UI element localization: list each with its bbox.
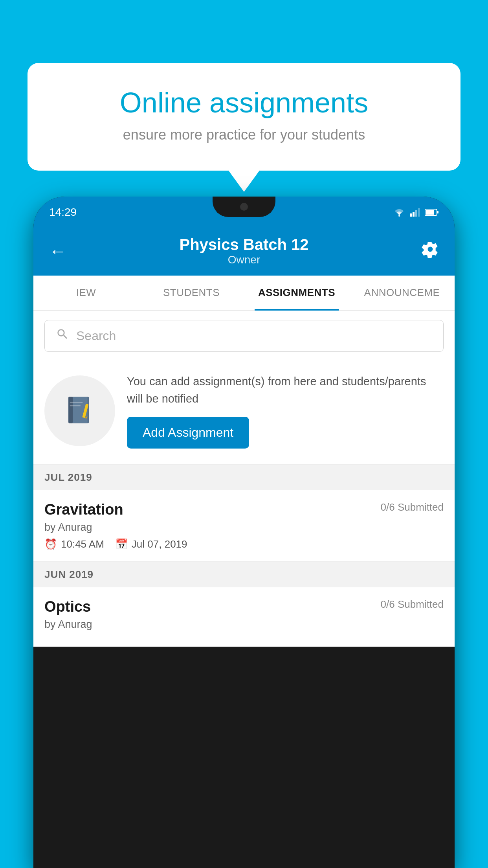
svg-rect-10 xyxy=(68,397,73,423)
promo-title: Online assignments xyxy=(55,86,433,119)
assignment-by-gravitation: by Anurag xyxy=(44,521,444,533)
assignment-row1: Gravitation 0/6 Submitted xyxy=(44,501,444,518)
notch xyxy=(213,197,275,217)
assignment-name-gravitation: Gravitation xyxy=(44,501,123,518)
back-button[interactable]: ← xyxy=(49,241,66,261)
notebook-icon xyxy=(62,393,97,428)
signal-icon xyxy=(410,208,420,217)
status-time: 14:29 xyxy=(49,206,77,219)
battery-icon xyxy=(425,208,439,216)
settings-button[interactable] xyxy=(422,241,439,262)
add-assignment-button[interactable]: Add Assignment xyxy=(127,417,249,449)
status-bar: 14:29 xyxy=(33,197,455,228)
search-bar[interactable]: Search xyxy=(44,320,444,352)
svg-rect-6 xyxy=(437,211,438,213)
search-icon xyxy=(56,327,69,344)
meta-date-value: Jul 07, 2019 xyxy=(132,538,187,550)
gear-icon xyxy=(422,241,439,258)
svg-point-0 xyxy=(398,215,400,217)
empty-state-desc: You can add assignment(s) from here and … xyxy=(127,373,444,407)
svg-rect-7 xyxy=(426,210,434,215)
camera xyxy=(240,203,248,211)
status-icons xyxy=(393,208,439,217)
section-header-jun: JUN 2019 xyxy=(33,562,455,587)
meta-time-value: 10:45 AM xyxy=(61,538,104,550)
assignment-submitted-optics: 0/6 Submitted xyxy=(381,598,444,611)
app-bar-title: Physics Batch 12 xyxy=(179,236,308,254)
assignment-submitted-gravitation: 0/6 Submitted xyxy=(381,501,444,513)
svg-rect-1 xyxy=(410,213,412,217)
tab-students[interactable]: STUDENTS xyxy=(139,276,244,310)
promo-card: Online assignments ensure more practice … xyxy=(28,63,460,171)
assignment-item-optics[interactable]: Optics 0/6 Submitted by Anurag xyxy=(33,587,455,647)
assignment-name-optics: Optics xyxy=(44,598,91,615)
screen-content: Search You can add assignment(s) xyxy=(33,311,455,647)
clock-icon: ⏰ xyxy=(44,538,57,550)
app-bar: ← Physics Batch 12 Owner xyxy=(33,228,455,276)
search-bar-wrap: Search xyxy=(33,311,455,361)
svg-rect-3 xyxy=(415,210,417,217)
empty-state: You can add assignment(s) from here and … xyxy=(33,361,455,465)
assignment-by-optics: by Anurag xyxy=(44,618,444,631)
meta-date-gravitation: 📅 Jul 07, 2019 xyxy=(115,538,187,550)
assignment-item-gravitation[interactable]: Gravitation 0/6 Submitted by Anurag ⏰ 10… xyxy=(33,490,455,562)
meta-time-gravitation: ⏰ 10:45 AM xyxy=(44,538,104,550)
promo-subtitle: ensure more practice for your students xyxy=(55,127,433,143)
svg-rect-2 xyxy=(413,212,415,217)
assignment-row1-optics: Optics 0/6 Submitted xyxy=(44,598,444,615)
app-bar-center: Physics Batch 12 Owner xyxy=(179,236,308,266)
svg-rect-4 xyxy=(418,208,420,217)
phone-mockup: 14:29 xyxy=(33,197,455,868)
wifi-icon xyxy=(393,208,405,217)
tab-iew[interactable]: IEW xyxy=(33,276,139,310)
calendar-icon: 📅 xyxy=(115,538,128,550)
section-header-jul: JUL 2019 xyxy=(33,465,455,490)
svg-rect-12 xyxy=(70,405,81,406)
search-placeholder: Search xyxy=(76,329,116,343)
empty-state-text: You can add assignment(s) from here and … xyxy=(127,373,444,449)
tab-announcements[interactable]: ANNOUNCEME xyxy=(349,276,455,310)
empty-icon-circle xyxy=(44,375,115,446)
svg-rect-11 xyxy=(70,402,83,403)
app-bar-subtitle: Owner xyxy=(179,254,308,266)
magnifier-icon xyxy=(56,327,69,341)
tab-assignments[interactable]: ASSIGNMENTS xyxy=(244,276,349,310)
tabs: IEW STUDENTS ASSIGNMENTS ANNOUNCEME xyxy=(33,276,455,311)
assignment-meta-gravitation: ⏰ 10:45 AM 📅 Jul 07, 2019 xyxy=(44,538,444,550)
